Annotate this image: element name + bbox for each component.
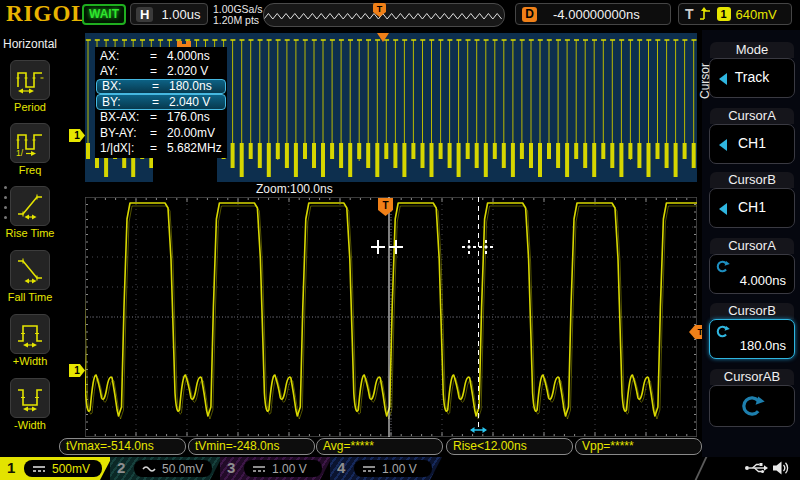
zoom-scale-label: Zoom:100.0ns: [256, 182, 333, 196]
timebase-value: 1.00us: [161, 7, 200, 22]
menu-item-plus-width[interactable]: +Width: [0, 314, 60, 367]
cursor-a-track-marker: [371, 240, 403, 254]
brand-logo: RIGOL: [6, 1, 88, 27]
channel2-tab[interactable]: 2 50.0mV: [110, 457, 222, 480]
svg-text:1/: 1/: [16, 148, 24, 157]
cursor-b-bottom-arrow-icon: [470, 427, 487, 433]
sample-rate-block: 1.00GSa/s 1.20M pts: [213, 4, 263, 26]
cursor-readout-panel: AX:=4.000ns AY:=2.020 V BX:=180.0ns BY:=…: [95, 47, 227, 158]
cursor-b-source-button[interactable]: CH1: [709, 188, 795, 228]
readout-row: AY:=2.020 V: [95, 63, 227, 78]
measurement-avg[interactable]: Avg=*****: [316, 438, 443, 455]
period-icon[interactable]: [10, 60, 50, 100]
readout-row: BY-AY:=20.00mV: [95, 125, 227, 140]
cursor-a-source-button[interactable]: CH1: [709, 124, 795, 164]
menu-label-cursor-ab: CursorAB: [710, 369, 794, 385]
popup-shadow: [153, 157, 217, 183]
menu-item-freq[interactable]: 1/ Freq: [0, 123, 60, 176]
minus-width-icon[interactable]: [10, 378, 50, 418]
zoom-waveform-window: T: [85, 197, 697, 437]
channel3-settings: 1.00 V: [244, 460, 322, 477]
trigger-label: T: [685, 6, 694, 22]
cursor-b-track-marker: [462, 240, 493, 254]
ac-coupling-icon: [142, 464, 156, 474]
channel3-tab[interactable]: 3 1.00 V: [220, 457, 332, 480]
measure-menu-title: Horizontal: [0, 37, 60, 51]
menu-label-cursor-b-source: CursorB: [710, 172, 794, 188]
cursor-menu-tab[interactable]: Cursor: [698, 45, 714, 117]
readout-row-highlighted: BY:=2.040 V: [96, 94, 226, 109]
fall-time-icon[interactable]: [10, 250, 50, 290]
cursor-a-position-button[interactable]: 4.000ns: [709, 254, 795, 294]
usb-icon: [744, 461, 768, 475]
channel1-tab[interactable]: 1 500mV: [0, 457, 112, 480]
freq-icon[interactable]: 1/: [10, 123, 50, 163]
measurement-tvmin[interactable]: tVmin=-248.0ns: [188, 438, 315, 455]
delay-label: D: [522, 7, 537, 22]
channel2-settings: 50.0mV: [134, 460, 212, 477]
menu-label-cursor-a-source: CursorA: [710, 108, 794, 124]
acquisition-status-badge: WAIT: [82, 4, 126, 25]
menu-item-rise-time[interactable]: Rise Time: [0, 186, 60, 239]
delay-value: -4.00000000ns: [553, 7, 640, 22]
menu-label-cursor-b-value: CursorB: [710, 303, 794, 319]
cursor-b-position-button[interactable]: 180.0ns: [709, 319, 795, 359]
svg-text:T: T: [382, 200, 388, 211]
trigger-box[interactable]: T 1 640mV: [678, 3, 792, 25]
rise-time-icon[interactable]: [10, 186, 50, 226]
horizontal-timebase-box[interactable]: H 1.00us: [130, 3, 208, 25]
rising-edge-icon: [699, 7, 712, 22]
knob-icon: [715, 259, 730, 274]
h-label: H: [136, 7, 153, 22]
trigger-level-value: 640mV: [736, 7, 777, 22]
channel4-tab[interactable]: 4 1.00 V: [330, 457, 442, 480]
plus-width-icon[interactable]: [10, 314, 50, 354]
left-measure-menu: Horizontal Period 1/: [0, 30, 60, 457]
channel1-marker-zoom[interactable]: 1: [69, 364, 85, 377]
measurement-vpp[interactable]: Vpp=*****: [575, 438, 702, 455]
knob-icon: [739, 393, 765, 419]
measurement-tvmax[interactable]: tVmax=-514.0ns: [59, 438, 186, 455]
channel-status-bar: 1 500mV 2 50.0mV 3: [0, 457, 800, 480]
cursor-ab-button[interactable]: [709, 385, 795, 427]
measurement-rise[interactable]: Rise<12.00ns: [446, 438, 573, 455]
memory-depth: 1.20M pts: [213, 15, 263, 26]
menu-item-fall-time[interactable]: Fall Time: [0, 250, 60, 303]
knob-icon: [715, 324, 730, 339]
readout-row: BX-AX:=176.0ns: [95, 110, 227, 125]
mode-select-button[interactable]: Track: [709, 58, 795, 98]
channel1-settings: 500mV: [24, 460, 102, 477]
speaker-icon[interactable]: [772, 460, 790, 476]
channel4-settings: 1.00 V: [354, 460, 432, 477]
menu-label-mode: Mode: [710, 42, 794, 58]
menu-item-minus-width[interactable]: -Width: [0, 378, 60, 431]
trigger-position-flag[interactable]: T: [378, 198, 393, 216]
readout-row: AX:=4.000ns: [95, 48, 227, 63]
trigger-source-badge: 1: [717, 7, 731, 21]
delay-box[interactable]: D -4.00000000ns: [515, 3, 671, 25]
menu-item-period[interactable]: Period: [0, 60, 60, 113]
dc-coupling-icon: [362, 464, 376, 474]
readout-row: 1/|dX|:=5.682MHz: [95, 140, 227, 155]
cursor-menu-panel: Mode Track CursorA CH1 CursorB CH1 Curso…: [702, 30, 800, 457]
readout-row-highlighted: BX:=180.0ns: [96, 79, 226, 94]
dc-coupling-icon: [252, 464, 266, 474]
page-indicator-dots: [4, 186, 7, 219]
channel1-marker-main[interactable]: 1: [69, 129, 85, 142]
oscilloscope-screen: RIGOL WAIT H 1.00us 1.00GSa/s 1.20M pts …: [0, 0, 800, 480]
trigger-position-marker-main[interactable]: [377, 33, 389, 42]
menu-label-cursor-a-value: CursorA: [710, 238, 794, 254]
cursor-overlay: T: [85, 197, 697, 437]
dc-coupling-icon: [32, 464, 46, 474]
